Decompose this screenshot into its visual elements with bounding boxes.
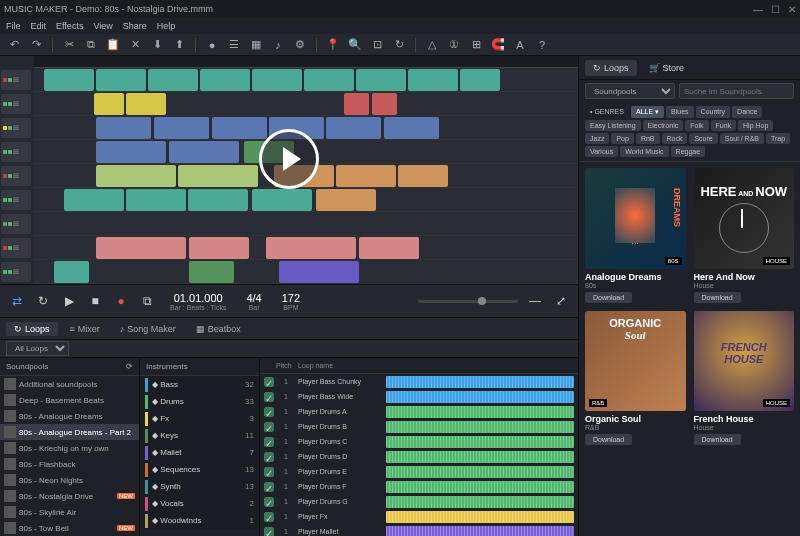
audio-clip[interactable] [54,261,89,283]
close-icon[interactable]: ✕ [788,4,796,15]
soundpool-item[interactable]: Deep - Basement Beats [0,392,139,408]
audio-clip[interactable] [96,69,146,91]
instrument-item[interactable]: ◆ Mallet7 [140,444,259,461]
tab-song-maker[interactable]: ♪Song Maker [112,322,184,336]
track[interactable] [34,260,578,284]
soundpack[interactable]: FRENCHHOUSEHOUSEFrench HouseHouseDownloa… [694,311,795,446]
instrument-item[interactable]: ◆ Sequences13 [140,461,259,478]
soundpool-item[interactable]: Additional soundpools [0,376,139,392]
track-header[interactable]: ⊞ [1,190,31,210]
menu-file[interactable]: File [6,21,21,31]
paste-icon[interactable]: 📋 [105,37,121,53]
soundpool-dropdown[interactable]: Soundpools [585,83,675,99]
genre-chip[interactable]: Rock [662,133,688,144]
instrument-item[interactable]: ◆ Vocals2 [140,495,259,512]
audio-clip[interactable] [212,117,267,139]
genre-chip[interactable]: Pop [611,133,633,144]
marker-icon[interactable]: 📍 [325,37,341,53]
genre-chip[interactable]: Blues [666,106,694,118]
grid-icon[interactable]: ▦ [248,37,264,53]
genre-chip[interactable]: Soul / R&B [720,133,764,144]
refresh-icon[interactable]: ⟳ [126,362,133,371]
metronome-icon[interactable]: △ [424,37,440,53]
track[interactable] [34,68,578,92]
track-header[interactable]: ⊞ [1,142,31,162]
zoom-icon[interactable]: 🔍 [347,37,363,53]
audio-clip[interactable] [189,237,249,259]
redo-icon[interactable]: ↷ [28,37,44,53]
soundpack[interactable]: ORGANICSoulR&BOrganic SoulR&BDownload [585,311,686,446]
snap-icon[interactable]: ⊞ [468,37,484,53]
loop-checkbox[interactable]: ✓ [264,392,274,402]
loop-checkbox[interactable]: ✓ [264,497,274,507]
export-icon[interactable]: ⬆ [171,37,187,53]
audio-clip[interactable] [44,69,94,91]
track[interactable] [34,188,578,212]
loop-item[interactable]: ✓1Player Mallet [260,524,578,536]
menu-effects[interactable]: Effects [56,21,83,31]
loop-checkbox[interactable]: ✓ [264,452,274,462]
delete-icon[interactable]: ✕ [127,37,143,53]
loop-checkbox[interactable]: ✓ [264,482,274,492]
audio-clip[interactable] [336,165,396,187]
instrument-item[interactable]: ◆ Drums33 [140,393,259,410]
soundpool-item[interactable]: 80s - Analogue Dreams - Part 2 [0,424,139,440]
loop-item[interactable]: ✓1Player Drums A [260,404,578,419]
audio-clip[interactable] [200,69,250,91]
shuffle-icon[interactable]: ⇄ [8,292,26,310]
audio-clip[interactable] [189,261,234,283]
help-icon[interactable]: ? [534,37,550,53]
track[interactable] [34,236,578,260]
genre-chip[interactable]: Score [689,133,717,144]
tab-mixer[interactable]: ≡Mixer [62,322,108,336]
audio-clip[interactable] [169,141,239,163]
genre-chip[interactable]: Trap [766,133,790,144]
genre-all[interactable]: ALLE ▾ [631,106,664,118]
loop-item[interactable]: ✓1Player Drums C [260,434,578,449]
loop-item[interactable]: ✓1Player Drums E [260,464,578,479]
timeline-ruler[interactable] [34,56,578,68]
genre-chip[interactable]: Folk [685,120,708,131]
audio-clip[interactable] [252,189,312,211]
audio-clip[interactable] [408,69,458,91]
loop-item[interactable]: ✓1Player Bass Chunky [260,374,578,389]
track[interactable] [34,212,578,236]
soundpack[interactable]: ANALOGUEDREAMS80SAnalogue Dreams80sDownl… [585,168,686,303]
loop-item[interactable]: ✓1Player Drums G [260,494,578,509]
undo-icon[interactable]: ↶ [6,37,22,53]
import-icon[interactable]: ⬇ [149,37,165,53]
audio-clip[interactable] [126,93,166,115]
audio-clip[interactable] [126,189,186,211]
all-loops-select[interactable]: All Loops [6,341,69,356]
loop-icon[interactable]: ↻ [391,37,407,53]
maximize-icon[interactable]: ☐ [771,4,780,15]
loop-checkbox[interactable]: ✓ [264,467,274,477]
genre-chip[interactable]: Reggae [671,146,706,157]
soundpool-item[interactable]: 80s - Flashback [0,456,139,472]
play-overlay-button[interactable] [259,129,319,189]
track-header[interactable]: ⊞ [1,94,31,114]
instrument-item[interactable]: ◆ Bass32 [140,376,259,393]
genre-chip[interactable]: Dance [732,106,762,118]
audio-clip[interactable] [372,93,397,115]
audio-clip[interactable] [252,69,302,91]
tab-beatbox[interactable]: ▦Beatbox [188,322,249,336]
audio-clip[interactable] [460,69,500,91]
audio-clip[interactable] [266,237,356,259]
audio-clip[interactable] [96,141,166,163]
track[interactable] [34,92,578,116]
loop-checkbox[interactable]: ✓ [264,437,274,447]
menu-edit[interactable]: Edit [31,21,47,31]
audio-clip[interactable] [344,93,369,115]
soundpack[interactable]: HERE AND NOWHOUSEHere And NowHouseDownlo… [694,168,795,303]
track-header[interactable]: ⊞ [1,214,31,234]
audio-clip[interactable] [356,69,406,91]
loop-checkbox[interactable]: ✓ [264,377,274,387]
magnet-icon[interactable]: 🧲 [490,37,506,53]
soundpool-item[interactable]: 80s - Kriechig on my own [0,440,139,456]
count-in-icon[interactable]: ① [446,37,462,53]
audio-clip[interactable] [178,165,258,187]
genre-chip[interactable]: Electronic [643,120,684,131]
rewind-icon[interactable]: ⧉ [138,292,156,310]
track-header[interactable]: ⊞ [1,262,31,282]
